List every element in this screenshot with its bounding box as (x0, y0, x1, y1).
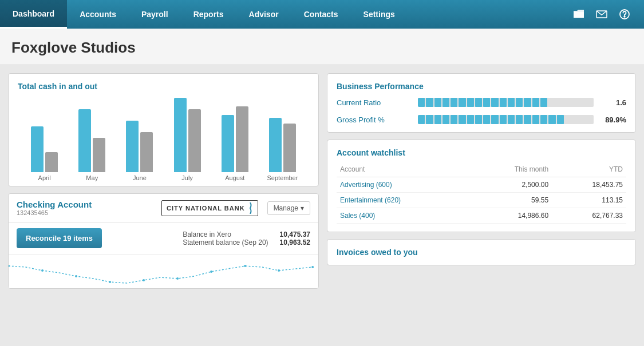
watchlist-table: Account This month YTD Advertising (600)… (337, 164, 626, 224)
chart-group-september (262, 118, 303, 172)
nav-contacts[interactable]: Contacts (291, 0, 351, 29)
perf-row-gross-profit: Gross Profit % (337, 115, 626, 124)
chart-group-april (23, 126, 65, 172)
nav-icon-group (559, 0, 644, 29)
svg-point-5 (41, 269, 44, 272)
label-may: May (71, 174, 113, 181)
bar-july-blue (174, 98, 187, 172)
label-september: September (262, 174, 303, 181)
business-performance-card: Business Performance Current Ratio (327, 73, 636, 133)
nav-settings[interactable]: Settings (351, 0, 408, 29)
watchlist-thismonth-advertising: 2,500.00 (471, 177, 552, 193)
svg-point-12 (278, 269, 280, 272)
chart-group-august (214, 106, 256, 172)
nav-reports[interactable]: Reports (181, 0, 236, 29)
watchlist-col-thismonth: This month (471, 164, 552, 177)
account-header: Checking Account 132435465 City National… (9, 194, 318, 222)
business-performance-title: Business Performance (337, 82, 626, 91)
svg-point-8 (143, 279, 145, 281)
page-title: Foxglove Studios (11, 39, 633, 57)
nav-accounts[interactable]: Accounts (67, 0, 129, 29)
invoices-card: Invoices owed to you (327, 239, 636, 265)
svg-point-13 (311, 266, 314, 268)
balance-statement-row: Statement balance (Sep 20) 10,963.52 (183, 238, 310, 246)
svg-point-7 (109, 281, 111, 283)
balance-info: Balance in Xero 10,475.37 Statement bala… (183, 230, 310, 246)
help-icon[interactable] (614, 4, 635, 25)
watchlist-thismonth-sales: 14,986.60 (471, 208, 552, 224)
account-name[interactable]: Checking Account (17, 200, 92, 209)
bar-may-gray (93, 138, 105, 172)
watchlist-header-row: Account This month YTD (337, 164, 626, 177)
svg-point-9 (176, 277, 179, 280)
left-panel: Total cash in and out (8, 73, 319, 343)
perf-bar-gross-profit-container (418, 115, 594, 124)
perf-row-current-ratio: Current Ratio (337, 98, 626, 107)
cash-chart-card: Total cash in and out (8, 73, 319, 186)
balance-statement-amount: 10,963.52 (280, 238, 310, 246)
bar-may-blue (78, 109, 91, 172)
main-content: Total cash in and out (0, 65, 644, 346)
label-april: April (23, 174, 65, 181)
bar-august-blue (222, 115, 234, 172)
perf-bar-segments-current-ratio (418, 98, 594, 107)
watchlist-account-sales[interactable]: Sales (400) (340, 212, 375, 220)
account-name-group: Checking Account 132435465 (17, 200, 92, 216)
chevron-down-icon: ▾ (301, 204, 304, 212)
watchlist-ytd-entertainment: 113.15 (552, 193, 626, 208)
label-july: July (167, 174, 208, 181)
right-panel: Business Performance Current Ratio (327, 73, 636, 343)
bank-logo: City National Bank (161, 200, 258, 216)
account-card: Checking Account 132435465 City National… (8, 193, 319, 289)
navbar: Dashboard Accounts Payroll Reports Advis… (0, 0, 644, 29)
nav-advisor[interactable]: Advisor (236, 0, 291, 29)
perf-label-gross-profit[interactable]: Gross Profit % (337, 116, 411, 124)
account-body: Reconcile 19 items Balance in Xero 10,47… (9, 222, 318, 254)
chart-group-july (167, 98, 208, 172)
manage-button[interactable]: Manage ▾ (267, 201, 310, 215)
bar-april-gray (45, 152, 58, 172)
perf-value-current-ratio: 1.6 (600, 98, 626, 107)
table-row: Sales (400) 14,986.60 62,767.33 (337, 208, 626, 224)
perf-label-current-ratio[interactable]: Current Ratio (337, 98, 411, 107)
svg-point-11 (244, 265, 246, 267)
watchlist-ytd-advertising: 18,453.75 (552, 177, 626, 193)
svg-rect-0 (574, 12, 584, 18)
reconcile-button[interactable]: Reconcile 19 items (17, 228, 102, 248)
folder-icon[interactable] (568, 4, 589, 25)
account-number: 132435465 (17, 209, 92, 216)
watchlist-account-entertainment[interactable]: Entertainment (620) (340, 196, 401, 204)
chart-labels: April May June July August September (18, 174, 309, 181)
sparkline-area (9, 254, 318, 288)
nav-dashboard[interactable]: Dashboard (0, 0, 67, 29)
label-august: August (214, 174, 256, 181)
table-row: Entertainment (620) 59.55 113.15 (337, 193, 626, 208)
svg-point-10 (210, 271, 212, 273)
perf-bar-segments-gross-profit (418, 115, 594, 124)
chart-group-june (118, 121, 160, 172)
svg-point-3 (624, 16, 625, 17)
label-june: June (118, 174, 160, 181)
invoices-title: Invoices owed to you (337, 248, 626, 257)
chart-area (18, 98, 309, 172)
bar-june-blue (126, 121, 139, 172)
bar-july-gray (188, 109, 201, 172)
svg-point-6 (75, 275, 77, 277)
balance-xero-row: Balance in Xero 10,475.37 (183, 230, 310, 238)
table-row: Advertising (600) 2,500.00 18,453.75 (337, 177, 626, 193)
page-header: Foxglove Studios (0, 29, 644, 65)
bar-april-blue (31, 126, 44, 172)
mail-icon[interactable] (591, 4, 612, 25)
cash-chart-title: Total cash in and out (18, 82, 309, 91)
watchlist-col-account: Account (337, 164, 471, 177)
bar-september-gray (283, 124, 296, 172)
watchlist-ytd-sales: 62,767.33 (552, 208, 626, 224)
watchlist-account-advertising[interactable]: Advertising (600) (340, 181, 392, 189)
bar-august-gray (236, 106, 248, 172)
perf-value-gross-profit: 89.9% (600, 116, 626, 124)
bar-june-gray (140, 132, 153, 172)
watchlist-col-ytd: YTD (552, 164, 626, 177)
nav-payroll[interactable]: Payroll (129, 0, 181, 29)
chart-group-may (71, 109, 113, 172)
perf-bar-current-ratio-container (418, 98, 594, 107)
